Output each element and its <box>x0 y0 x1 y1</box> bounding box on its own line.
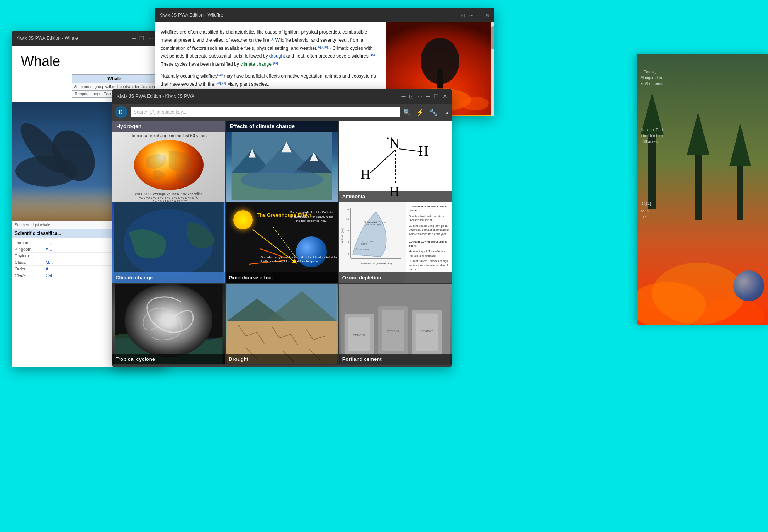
hydrogen-cell[interactable]: Hydrogen Temperature change in the last … <box>112 121 225 202</box>
clade-value[interactable]: Cet... <box>46 273 56 278</box>
svg-point-16 <box>241 170 323 190</box>
bottom-nav: ⌂ ◀ ▶ ToC ▲ 🔍 🔍 ↑ <box>112 365 452 367</box>
class-label: Class: <box>15 260 46 265</box>
greenhouse-cell[interactable]: The Greenhouse Effect Some sunlight that… <box>225 202 338 284</box>
portland-cement-label: Portland cement <box>339 354 452 364</box>
search-placeholder: Search [.*] or space key... <box>134 109 187 115</box>
svg-point-8 <box>462 97 489 110</box>
restore-icon[interactable]: ⊡ <box>460 12 465 18</box>
domain-label: Domain: <box>15 240 46 245</box>
effects-cell[interactable]: Effects of climate change <box>225 121 338 202</box>
svg-text:National Park,: National Park, <box>641 128 665 132</box>
globe-continents <box>134 140 204 190</box>
maximize-icon[interactable]: ─ <box>477 12 481 18</box>
svg-text:H: H <box>418 143 428 159</box>
svg-text:10: 10 <box>346 241 349 243</box>
kiwix-title: Kiwix JS PWA Edition - Kiwix JS PWA <box>117 93 401 99</box>
svg-text:se in: se in <box>641 209 649 213</box>
wildfire-title: Kiwix JS PWA Edition - Wildfire <box>159 12 453 18</box>
ozone-content: Altitude (km) 55 35 20 10 0 Ozone amount… <box>339 202 452 283</box>
scale-fahrenheit: −0.4 0.9 +1.8 +3.6 +7.2 °F <box>112 199 225 202</box>
random-icon[interactable]: ⚡ <box>416 109 424 116</box>
greenhouse-arrows <box>226 202 338 284</box>
kiwix-titlebar: Kiwix JS PWA Edition - Kiwix JS PWA ─ ⊡ … <box>112 89 452 104</box>
minimize-icon[interactable]: ─ <box>453 12 457 18</box>
minimize-icon[interactable]: ─ <box>132 35 136 41</box>
menu-icon[interactable]: ··· <box>418 93 422 99</box>
whale-heading: Whale <box>21 53 157 70</box>
clade-label: Clade: <box>15 273 46 278</box>
svg-text:CEMENT: CEMENT <box>420 330 433 333</box>
minimize-icon[interactable]: ─ <box>401 93 405 99</box>
class-value[interactable]: M... <box>46 260 53 265</box>
climate-change-label: Climate change <box>112 272 225 283</box>
drought-cell[interactable]: Drought <box>225 283 338 365</box>
scrollbar-track <box>491 22 494 116</box>
cement-svg: CEMENT CEMENT CEMENT <box>339 284 452 364</box>
close-icon[interactable]: ✕ <box>485 12 490 18</box>
svg-text:Mangum Fire: Mangum Fire <box>641 76 663 80</box>
tropical-cyclone-cell[interactable]: Tropical cyclone <box>112 283 225 365</box>
ammonia-molecule: N • • H H H <box>339 121 452 202</box>
portland-cement-cell[interactable]: CEMENT CEMENT CEMENT Portland cement <box>339 283 452 365</box>
svg-text:km²) of forest.: km²) of forest. <box>641 82 664 86</box>
infobox-header: Whale <box>72 75 156 83</box>
kingdom-label: Kingdom: <box>15 247 46 252</box>
hydrogen-label-top: Hydrogen <box>112 121 225 132</box>
globe-thumbnail <box>733 270 764 301</box>
climate-change-cell[interactable]: Climate change <box>112 202 225 284</box>
svg-line-25 <box>370 150 395 173</box>
search-icon[interactable]: 🔍 <box>403 109 411 116</box>
whale-title-section: Whale Whale An informal group within the… <box>12 46 166 78</box>
minimize-btn[interactable]: ─ <box>426 93 430 99</box>
svg-line-31 <box>272 226 295 257</box>
wildfire-para1: Wildfires are often classified by charac… <box>161 29 380 68</box>
scale-celsius: −1.0 −0.5 −0.2 +0.2 +0.5 +1.0 +2.0 +4.0 … <box>112 196 225 199</box>
drought-link[interactable]: drought <box>269 53 285 59</box>
svg-point-52 <box>162 314 175 326</box>
wildfire-para2: Naturally occurring wildfires[12] may ha… <box>161 72 380 88</box>
svg-rect-84 <box>737 162 743 220</box>
order-value[interactable]: A... <box>46 267 52 271</box>
whale-titlebar: Kiwix JS PWA Edition - Whale ─ ❐ ··· ✕ <box>12 31 166 46</box>
greenhouse-text2: Greenhouse gases absorb and redirect hea… <box>260 255 338 263</box>
domain-value[interactable]: E... <box>46 240 52 245</box>
maximize-btn[interactable]: ❐ <box>434 93 439 99</box>
forest-fire-partial-window: ...Forest, Mangum Fire km²) of forest. N… <box>637 54 768 325</box>
ozone-chart-svg: Altitude (km) 55 35 20 10 0 Ozone amount… <box>341 204 403 266</box>
cyclone-from-space <box>112 202 225 283</box>
wildfire-controls[interactable]: ─ ⊡ ··· ─ ✕ <box>453 12 490 18</box>
kingdom-value[interactable]: A... <box>46 247 52 252</box>
restore-icon[interactable]: ⊡ <box>409 93 414 99</box>
climate-change-link[interactable]: climate change <box>240 61 272 67</box>
order-label: Order: <box>15 267 46 271</box>
scrollbar-thumb[interactable] <box>491 26 494 49</box>
svg-text:20: 20 <box>346 229 349 232</box>
menu-icon[interactable]: ··· <box>148 35 153 41</box>
phylum-label: Phylum: <box>15 253 46 258</box>
ozone-cell[interactable]: Altitude (km) 55 35 20 10 0 Ozone amount… <box>339 202 452 284</box>
svg-text:CEMENT: CEMENT <box>387 330 399 333</box>
ammonia-label: Ammonia <box>339 191 452 202</box>
kiwix-controls[interactable]: ─ ⊡ ··· ─ ❐ ✕ <box>401 93 447 99</box>
tools-icon[interactable]: 🔧 <box>430 109 437 116</box>
svg-text:35: 35 <box>346 218 349 220</box>
svg-text:ls.[11]: ls.[11] <box>641 201 651 206</box>
ammonia-cell[interactable]: N • • H H H Ammonia <box>339 121 452 202</box>
svg-text:Ozone amount (pressure, hPa): Ozone amount (pressure, hPa) <box>360 262 391 265</box>
search-bar[interactable]: Search [.*] or space key... <box>131 107 400 117</box>
print-icon[interactable]: 🖨 <box>443 109 449 116</box>
svg-text:...Forest,: ...Forest, <box>641 70 656 74</box>
kiwix-main-window: Kiwix JS PWA Edition - Kiwix JS PWA ─ ⊡ … <box>112 89 452 367</box>
close-btn[interactable]: ✕ <box>443 93 447 99</box>
drought-label: Drought <box>226 354 338 364</box>
restore-icon[interactable]: ❐ <box>139 35 144 41</box>
svg-text:Altitude (km): Altitude (km) <box>341 228 344 243</box>
tropical-cyclone-label: Tropical cyclone <box>112 354 225 364</box>
svg-text:the: the <box>641 215 646 219</box>
svg-text:"Smog" ozone: "Smog" ozone <box>355 248 370 250</box>
greenhouse-label: Greenhouse effect <box>226 272 338 283</box>
menu-icon[interactable]: ··· <box>469 12 474 18</box>
whale-title: Kiwix JS PWA Edition - Whale <box>16 36 132 41</box>
svg-rect-82 <box>695 151 702 220</box>
